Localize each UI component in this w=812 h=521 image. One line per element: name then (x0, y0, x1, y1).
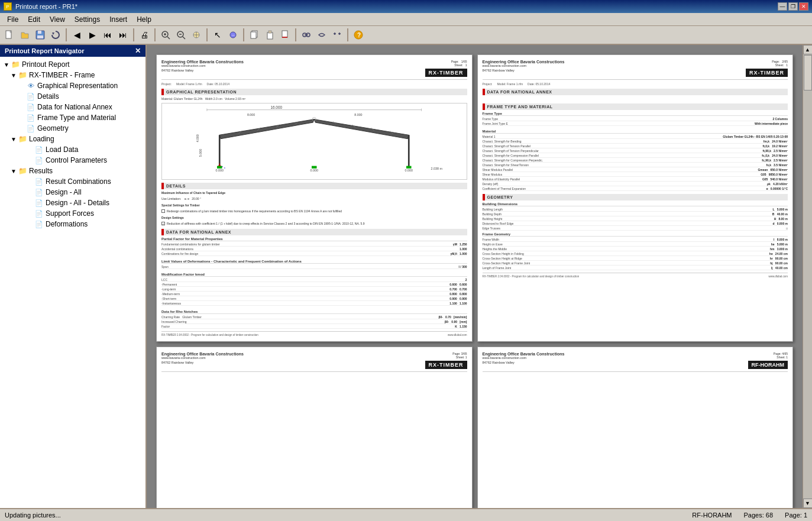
tree-toggle-results[interactable]: ▼ (9, 168, 18, 174)
page-1-website: www.bavaria-construction.com (161, 64, 244, 69)
tree-label-frame-type: Frame Type and Material (37, 114, 116, 122)
data-row-3: Combinations for fire design γM,fi 1.000 (161, 251, 467, 256)
navigator-close-btn[interactable]: ✕ (135, 47, 141, 55)
cursor-btn[interactable]: ↖ (211, 28, 225, 42)
paste-doc-btn[interactable] (263, 28, 277, 42)
save-btn[interactable] (33, 28, 47, 42)
window-title: Printout report - PR1* (15, 3, 77, 10)
tree-item-deformations[interactable]: 📄 Deformations (0, 219, 145, 229)
open-btn[interactable] (18, 28, 32, 42)
status-bar-left: Updating pictures... (5, 512, 61, 519)
checkbox-1 (161, 209, 165, 213)
page-2-length-joint: Length of Frame Joint lj 40.00 cm (483, 266, 788, 270)
page-2-comp-par: Charact. Strength for Compression Parall… (483, 153, 788, 158)
tree-item-control-params[interactable]: 📄 Control Parameters (0, 155, 145, 166)
toolbar-sep-3 (154, 28, 156, 41)
page-1-material-label: Material: Glulam Timber GL24h Width 2.0 … (161, 97, 467, 101)
link-btn[interactable] (299, 28, 313, 42)
tree-item-load-data[interactable]: 📄 Load Data (0, 144, 145, 155)
copy-doc-btn[interactable] (247, 28, 261, 42)
page-2-building-dim-title: Building Dimensions (483, 202, 788, 206)
tree-label-result-combinations: Result Combinations (46, 177, 111, 186)
menu-view[interactable]: View (45, 14, 70, 25)
svg-text:16.000: 16.000 (270, 105, 282, 109)
back-nav-btn[interactable]: ◀ (70, 28, 84, 42)
scrollbar-thumb[interactable] (804, 55, 812, 90)
svg-rect-19 (251, 32, 256, 38)
tree-item-design-all-details[interactable]: 📄 Design - All - Details (0, 198, 145, 208)
svg-rect-59 (406, 166, 412, 169)
tree-toggle-rxtimber[interactable]: ▼ (9, 72, 18, 79)
restore-btn[interactable]: ❐ (788, 2, 798, 11)
page-2-header: Engineering Office Bavaria Constructions… (483, 60, 788, 80)
tree-item-geometry[interactable]: 📄 Geometry (0, 123, 145, 134)
doc-icon-support-forces: 📄 (34, 209, 44, 218)
scrollbar-track[interactable] (803, 54, 813, 499)
folder-icon-results: 📁 (18, 167, 27, 175)
svg-rect-58 (312, 166, 317, 169)
scroll-down-btn[interactable]: ▼ (803, 499, 813, 508)
status-bar-right: RF-HORAHM Pages: 68 Page: 1 (692, 512, 807, 519)
svg-text:8.000: 8.000 (247, 113, 255, 117)
tree-item-loading[interactable]: ▼ 📁 Loading (0, 134, 145, 144)
title-bar-controls[interactable]: — ❐ ✕ (778, 2, 808, 11)
page-3-website: www.bavaria-construction.com (161, 356, 244, 361)
fit-btn[interactable] (189, 28, 203, 42)
page-2-frame-type-title: Frame Type (483, 112, 788, 116)
pan-btn[interactable]: ↔ (226, 28, 240, 42)
tree-item-results[interactable]: ▼ 📁 Results (0, 166, 145, 176)
page-3-address: 84762 Rainbow Valley (161, 361, 244, 365)
navigator-title: Printout Report Navigator (5, 47, 84, 54)
new-btn[interactable] (2, 28, 17, 42)
page-2-sheet-num: 1 (786, 63, 788, 67)
page-2-date: Date: 05.10.2014 (528, 82, 550, 86)
page-2: Engineering Office Bavaria Constructions… (477, 54, 794, 342)
scrollbar-right[interactable]: ▲ ▼ (803, 45, 812, 508)
delete-doc-btn[interactable] (278, 28, 292, 42)
menu-file[interactable]: File (2, 14, 23, 25)
tree-toggle-root[interactable]: ▼ (2, 62, 11, 68)
toolbar-sep-2 (133, 28, 134, 41)
tree-item-frame-type[interactable]: 📄 Frame Type and Material (0, 112, 145, 123)
help-btn[interactable]: ? (351, 28, 365, 42)
tree-item-support-forces[interactable]: 📄 Support Forces (0, 208, 145, 219)
page-2-joint-type-row: Frame Joint Type E With intermediate pie… (483, 121, 788, 126)
tree-label-control-params: Control Parameters (46, 156, 107, 164)
tree-item-details[interactable]: 📄 Details (0, 91, 145, 102)
tree-item-national-annex[interactable]: 📄 Data for National Annex (0, 102, 145, 112)
menu-edit[interactable]: Edit (23, 14, 45, 25)
page-2-section-geometry: GEOMETRY (483, 194, 788, 200)
content-area[interactable]: Engineering Office Bavaria Constructions… (147, 45, 803, 508)
last-btn[interactable]: ⏭ (116, 28, 130, 42)
menu-settings[interactable]: Settings (70, 14, 105, 25)
menu-help[interactable]: Help (132, 14, 156, 25)
page-2-frame-geo-title: Frame Geometry (483, 232, 788, 237)
break-link-btn[interactable] (330, 28, 344, 42)
page-2-footer: RX-TIMBER 2.04.0002 - Program for calcul… (483, 273, 788, 278)
page-2-build-height: Building Height H 8.00 m (483, 216, 788, 221)
print-btn[interactable]: 🖨 (137, 28, 151, 42)
tree-toggle-loading[interactable]: ▼ (9, 136, 18, 143)
svg-rect-4 (37, 35, 43, 38)
menu-bar: File Edit View Settings Insert Help (0, 13, 812, 26)
tree-item-design-all[interactable]: 📄 Design - All (0, 187, 145, 198)
first-btn[interactable]: ⏮ (101, 28, 115, 42)
menu-insert[interactable]: Insert (105, 14, 132, 25)
page-2-bending: Charact. Strength for Bending fm,k 24.0 … (483, 139, 788, 144)
zoom-in-btn[interactable] (158, 28, 173, 42)
page-2-density: Density (eff) ρk 4.20 kN/m³ (483, 182, 788, 186)
minimize-btn[interactable]: — (778, 2, 787, 11)
tree-item-rxtimber[interactable]: ▼ 📁 RX-TIMBER - Frame (0, 70, 145, 80)
page-2-company: Engineering Office Bavaria Constructions (483, 60, 565, 64)
scroll-up-btn[interactable]: ▲ (803, 45, 813, 54)
svg-text:4.000: 4.000 (196, 134, 199, 142)
zoom-out-btn[interactable] (174, 28, 188, 42)
tree-item-graphical[interactable]: 👁 Graphical Representation (0, 80, 145, 91)
tree-item-result-combinations[interactable]: 📄 Result Combinations (0, 176, 145, 187)
close-btn[interactable]: ✕ (799, 2, 808, 11)
forward-nav-btn[interactable]: ▶ (85, 28, 99, 42)
reload-btn[interactable] (48, 28, 63, 42)
tree-item-root[interactable]: ▼ 📁 Printout Report (0, 59, 145, 70)
svg-line-11 (183, 37, 185, 39)
link2-btn[interactable] (315, 28, 329, 42)
